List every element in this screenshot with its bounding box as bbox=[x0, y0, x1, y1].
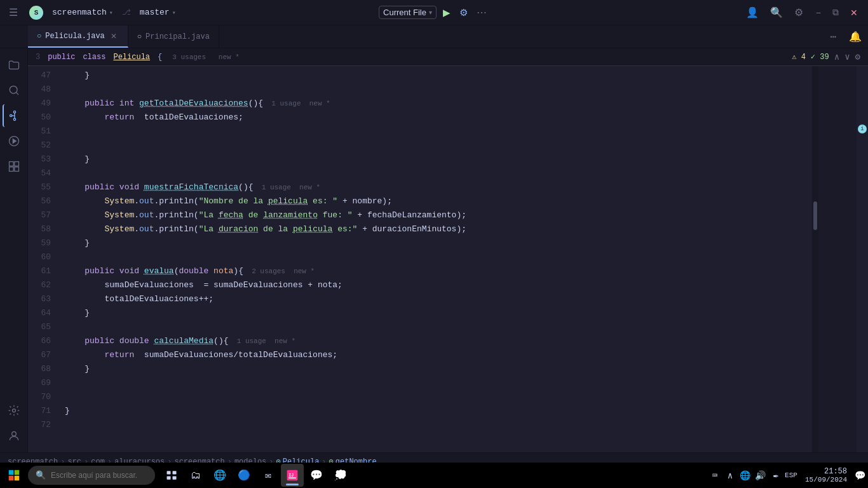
svg-rect-11 bbox=[9, 470, 14, 475]
taskbar-chat[interactable]: 💭 bbox=[329, 464, 352, 487]
sticky-header: 3 public class Pelicula { 3 usages new *… bbox=[28, 48, 868, 66]
notification-center-button[interactable]: 💬 bbox=[855, 470, 865, 481]
taskbar-email[interactable]: ✉ bbox=[257, 464, 280, 487]
code-line-63: totalDeEvaluaciones++; bbox=[65, 292, 812, 306]
tray-network[interactable]: 🌐 bbox=[739, 469, 752, 482]
sticky-line-num: 3 bbox=[36, 53, 40, 62]
search-icon: 🔍 bbox=[36, 470, 46, 480]
code-line-57: System.out.println("La fecha de lanzamie… bbox=[65, 208, 812, 222]
code-line-51 bbox=[65, 125, 812, 139]
taskbar-edge[interactable]: 🌐 bbox=[208, 464, 231, 487]
search-input[interactable] bbox=[51, 471, 140, 480]
taskbar-files[interactable]: 🗂 bbox=[184, 464, 207, 487]
main-layout: 3 public class Pelicula { 3 usages new *… bbox=[0, 48, 868, 452]
tab-label-principal: Principal.java bbox=[146, 32, 210, 41]
taskbar-jetbrains[interactable]: IJ bbox=[281, 464, 304, 487]
tab-close-pelicula[interactable]: ✕ bbox=[109, 31, 119, 41]
code-line-69 bbox=[65, 376, 812, 390]
branch-name[interactable]: master ▾ bbox=[140, 8, 176, 17]
sticky-hint: 3 usages new * bbox=[172, 53, 240, 61]
code-line-64: } bbox=[65, 306, 812, 320]
taskbar: 🔍 🗂 🌐 🔵 ✉ IJ 💬 💭 ⌨ ∧ 🌐 🔊 bbox=[0, 463, 868, 488]
tab-principal[interactable]: ○ Principal.java bbox=[128, 25, 219, 48]
nav-down[interactable]: ∨ bbox=[844, 51, 850, 62]
notification-bell[interactable]: 🔔 bbox=[843, 25, 868, 48]
current-file-button[interactable]: Current File ▾ bbox=[379, 6, 437, 19]
app-icon: S bbox=[29, 6, 43, 20]
activity-search[interactable] bbox=[3, 79, 25, 102]
clock[interactable]: 21:58 15/09/2024 bbox=[803, 467, 850, 484]
code-line-50: return totalDeEvaluaciones; bbox=[65, 111, 812, 125]
code-line-49: public int getTotalDeEvaluaciones(){ 1 u… bbox=[65, 97, 812, 111]
tray-language[interactable]: ESP bbox=[785, 469, 797, 482]
minimap bbox=[818, 66, 857, 452]
gutter-icons: i bbox=[857, 66, 868, 452]
svg-rect-8 bbox=[9, 167, 13, 172]
nav-up[interactable]: ∧ bbox=[834, 51, 839, 62]
taskbar-linetools[interactable]: 💬 bbox=[305, 464, 328, 487]
annotation-icon[interactable]: i bbox=[858, 125, 867, 133]
tab-icon-pelicula: ○ bbox=[37, 32, 41, 41]
activity-folder[interactable] bbox=[3, 53, 25, 76]
titlebar-left: ☰ S screenmatch ▾ ⎇ master ▾ bbox=[6, 4, 736, 21]
code-scroll[interactable]: 47 48 49 50 51 52 53 54 55 56 57 58 59 6… bbox=[28, 66, 868, 452]
code-line-47: } bbox=[65, 69, 812, 83]
code-line-68: } bbox=[65, 362, 812, 376]
tab-more-button[interactable]: ⋯ bbox=[824, 25, 843, 48]
activity-extensions[interactable] bbox=[3, 155, 25, 178]
activity-account[interactable] bbox=[3, 424, 25, 447]
ok-count: ✓ 39 bbox=[811, 52, 829, 62]
line-numbers: 47 48 49 50 51 52 53 54 55 56 57 58 59 6… bbox=[28, 66, 60, 452]
taskbar-task-view[interactable] bbox=[160, 464, 183, 487]
nav-settings[interactable]: ⚙ bbox=[855, 51, 860, 62]
svg-point-1 bbox=[13, 111, 15, 113]
svg-point-9 bbox=[12, 409, 15, 412]
close-button[interactable]: ✕ bbox=[846, 6, 862, 19]
taskbar-chrome[interactable]: 🔵 bbox=[233, 464, 255, 487]
clock-date: 15/09/2024 bbox=[805, 476, 847, 484]
titlebar-center: Current File ▾ ▶ ⚙ ⋯ bbox=[379, 4, 489, 21]
svg-rect-12 bbox=[15, 470, 20, 475]
activity-bar bbox=[0, 48, 28, 452]
code-line-61: public void evalua(double nota){ 2 usage… bbox=[65, 264, 812, 278]
activity-git[interactable] bbox=[3, 104, 25, 127]
sticky-keyword: public bbox=[48, 53, 75, 62]
restore-button[interactable]: ⧉ bbox=[829, 6, 843, 19]
settings-button[interactable]: ⚙ bbox=[792, 4, 806, 21]
sticky-brace: { bbox=[158, 53, 162, 62]
collab-button[interactable]: 👤 bbox=[743, 4, 761, 21]
branch-separator: ⎇ bbox=[122, 8, 131, 17]
activity-run[interactable] bbox=[3, 130, 25, 152]
search-button[interactable]: 🔍 bbox=[768, 4, 785, 21]
app-name[interactable]: screenmatch ▾ bbox=[52, 8, 113, 17]
svg-point-2 bbox=[13, 118, 15, 120]
search-bar[interactable]: 🔍 bbox=[28, 466, 155, 485]
code-line-48 bbox=[65, 83, 812, 97]
code-content[interactable]: } public int getTotalDeEvaluaciones(){ 1… bbox=[60, 66, 812, 452]
taskbar-apps: 🗂 🌐 🔵 ✉ IJ 💬 💭 bbox=[160, 464, 352, 487]
hamburger-button[interactable]: ☰ bbox=[6, 4, 20, 21]
tray-icons: ⌨ ∧ 🌐 🔊 ✒ ESP bbox=[709, 469, 797, 482]
window-controls: − ⧉ ✕ bbox=[812, 6, 862, 19]
debug-button[interactable]: ⚙ bbox=[457, 4, 470, 21]
svg-rect-6 bbox=[14, 162, 18, 166]
tray-pen[interactable]: ✒ bbox=[770, 469, 782, 482]
svg-rect-5 bbox=[9, 162, 13, 166]
code-line-62: sumaDeEvaluaciones = sumaDeEvaluaciones … bbox=[65, 278, 812, 292]
warning-count: ⚠ 4 bbox=[792, 52, 806, 62]
svg-rect-17 bbox=[167, 477, 171, 480]
minimize-button[interactable]: − bbox=[812, 6, 825, 19]
svg-point-0 bbox=[10, 86, 17, 93]
scrollbar[interactable] bbox=[812, 66, 818, 452]
run-button[interactable]: ▶ bbox=[440, 4, 453, 21]
code-line-52 bbox=[65, 139, 812, 152]
tray-volume[interactable]: 🔊 bbox=[754, 469, 767, 482]
activity-settings[interactable] bbox=[3, 399, 25, 422]
start-button[interactable] bbox=[3, 464, 25, 487]
svg-text:IJ: IJ bbox=[288, 473, 294, 478]
tray-keyboard[interactable]: ⌨ bbox=[709, 469, 721, 482]
sticky-warnings: ⚠ 4 ✓ 39 ∧ ∨ ⚙ bbox=[792, 51, 860, 62]
tray-up[interactable]: ∧ bbox=[724, 469, 736, 482]
tab-pelicula[interactable]: ○ Pelicula.java ✕ bbox=[28, 25, 128, 48]
more-options-button[interactable]: ⋯ bbox=[474, 4, 489, 21]
